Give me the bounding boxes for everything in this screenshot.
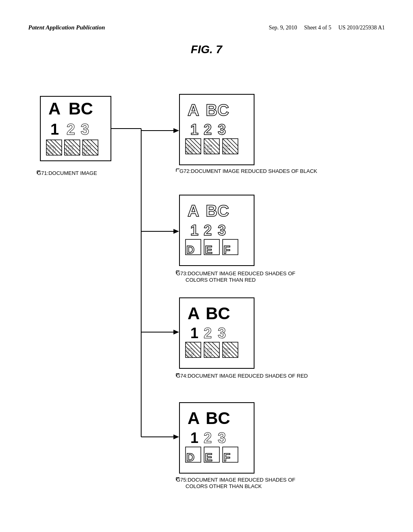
svg-text:3: 3: [81, 121, 89, 138]
page: Patent Application Publication Sep. 9, 2…: [0, 0, 413, 532]
svg-text:F: F: [223, 243, 230, 256]
svg-text:A: A: [188, 202, 199, 220]
svg-text:G72:DOCUMENT  IMAGE REDUCED SH: G72:DOCUMENT IMAGE REDUCED SHADES OF BLA…: [179, 168, 317, 174]
svg-text:2: 2: [204, 222, 212, 239]
svg-text:A: A: [48, 99, 60, 118]
svg-text:1: 1: [190, 222, 198, 239]
svg-text:F: F: [84, 143, 91, 156]
svg-text:E: E: [205, 243, 213, 256]
svg-text:F: F: [223, 346, 230, 359]
svg-text:1: 1: [190, 121, 198, 138]
svg-marker-39: [173, 229, 179, 234]
svg-text:D: D: [186, 346, 194, 359]
svg-text:BC: BC: [69, 99, 93, 118]
svg-text:D: D: [47, 143, 56, 156]
svg-text:D: D: [186, 243, 194, 256]
figure-title: FIG. 7: [28, 43, 385, 56]
svg-text:G71:DOCUMENT  IMAGE: G71:DOCUMENT IMAGE: [37, 170, 97, 176]
svg-text:BC: BC: [206, 101, 229, 119]
svg-text:1: 1: [190, 430, 198, 446]
svg-text:D: D: [186, 451, 194, 463]
svg-text:F: F: [223, 451, 230, 463]
svg-text:G75:DOCUMENT  IMAGE REDUCED SH: G75:DOCUMENT IMAGE REDUCED SHADES OF: [176, 477, 295, 483]
svg-text:BC: BC: [206, 304, 230, 323]
svg-text:3: 3: [218, 430, 226, 446]
svg-text:2: 2: [204, 430, 212, 446]
diagram-svg: A BC 1 2 2 3 D E: [28, 72, 383, 515]
svg-text:1: 1: [50, 121, 59, 138]
svg-text:COLORS OTHER THAN BLACK: COLORS OTHER THAN BLACK: [186, 483, 262, 489]
svg-text:G74:DOCUMENT  IMAGE REDUCED SH: G74:DOCUMENT IMAGE REDUCED SHADES OF RED: [176, 373, 308, 379]
svg-text:BC: BC: [206, 202, 229, 220]
diagram: A BC 1 2 2 3 D E: [28, 72, 385, 515]
svg-text:E: E: [205, 346, 213, 359]
svg-marker-41: [173, 330, 179, 335]
svg-text:E: E: [205, 143, 213, 155]
svg-text:3: 3: [218, 325, 226, 341]
svg-text:2: 2: [67, 121, 75, 138]
svg-text:A: A: [188, 101, 199, 119]
header-date: Sep. 9, 2010 Sheet 4 of 5 US 2010/225938…: [269, 25, 385, 31]
svg-text:F: F: [223, 143, 230, 155]
svg-text:G73:DOCUMENT  IMAGE REDUCED SH: G73:DOCUMENT IMAGE REDUCED SHADES OF: [176, 270, 295, 276]
svg-text:A: A: [188, 304, 200, 323]
svg-text:COLORS OTHER THAN RED: COLORS OTHER THAN RED: [186, 277, 256, 283]
svg-text:2: 2: [204, 121, 212, 138]
svg-marker-37: [173, 128, 179, 133]
svg-marker-43: [173, 434, 179, 439]
svg-text:BC: BC: [206, 409, 230, 428]
svg-text:3: 3: [218, 222, 226, 239]
svg-text:E: E: [66, 143, 74, 156]
svg-text:3: 3: [218, 121, 226, 138]
header: Patent Application Publication Sep. 9, 2…: [28, 24, 385, 31]
svg-text:D: D: [186, 143, 194, 155]
svg-text:E: E: [205, 451, 213, 463]
svg-text:2: 2: [204, 325, 212, 341]
svg-text:A: A: [188, 409, 200, 428]
svg-text:1: 1: [190, 325, 198, 341]
header-left: Patent Application Publication: [28, 24, 105, 31]
